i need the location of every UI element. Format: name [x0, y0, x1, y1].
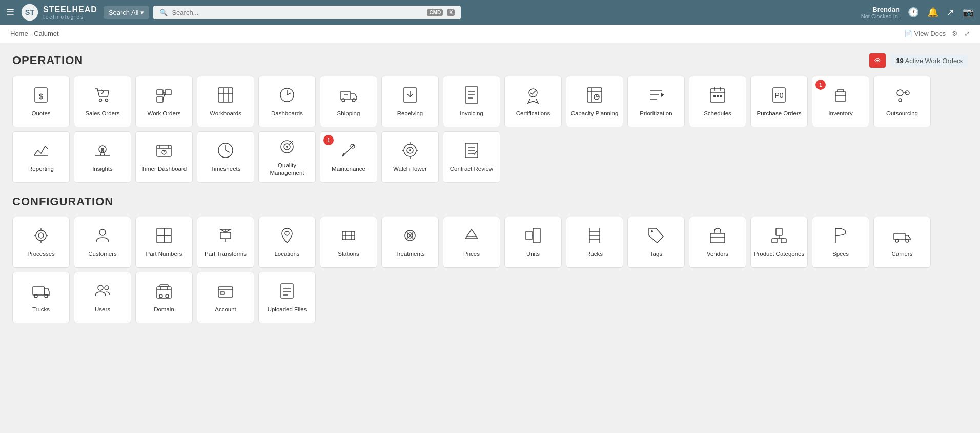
specs-label: Specs	[830, 250, 851, 258]
clock-icon[interactable]: 🕐	[908, 7, 919, 18]
tags-icon	[647, 226, 665, 247]
quotes-icon: $	[32, 86, 50, 107]
tile-work-orders[interactable]: Work Orders	[135, 76, 193, 127]
operation-title: OPERATION	[12, 54, 83, 67]
tile-inventory[interactable]: 1Inventory	[812, 76, 869, 127]
part-numbers-label: Part Numbers	[144, 250, 185, 258]
view-docs-button[interactable]: 📄 View Docs	[904, 30, 946, 37]
dashboards-label: Dashboards	[269, 110, 305, 117]
svg-point-132	[105, 286, 109, 290]
invoicing-label: Invoicing	[458, 110, 485, 117]
tile-invoicing[interactable]: Invoicing	[443, 76, 500, 127]
svg-rect-141	[281, 284, 293, 298]
camera-icon[interactable]: 📷	[963, 7, 974, 18]
tile-locations[interactable]: Locations	[258, 216, 316, 268]
tile-quality-management[interactable]: Quality Management	[258, 131, 316, 183]
svg-rect-119	[772, 239, 777, 243]
expand-icon: ⤢	[964, 30, 970, 37]
eye-button[interactable]: 👁	[869, 53, 886, 68]
search-all-button[interactable]: Search All ▾	[104, 6, 150, 19]
tile-purchase-orders[interactable]: P0Purchase Orders	[750, 76, 808, 127]
menu-icon[interactable]: ☰	[6, 7, 14, 18]
svg-rect-138	[160, 285, 168, 287]
uploaded-files-label: Uploaded Files	[266, 306, 309, 313]
search-input[interactable]	[172, 9, 423, 16]
svg-point-134	[159, 294, 162, 298]
tile-outsourcing[interactable]: Outsourcing	[873, 76, 931, 127]
timer-dashboard-icon	[155, 141, 173, 162]
tile-reporting[interactable]: Reporting	[12, 131, 70, 183]
tile-specs[interactable]: Specs	[812, 216, 869, 268]
tile-timesheets[interactable]: Timesheets	[197, 131, 254, 183]
insights-icon	[93, 141, 112, 162]
logo-sub: technologies	[43, 14, 97, 20]
tile-watch-tower[interactable]: Watch Tower	[381, 131, 439, 183]
tile-customers[interactable]: Customers	[74, 216, 131, 268]
tile-part-numbers[interactable]: Part Numbers	[135, 216, 193, 268]
bell-icon[interactable]: 🔔	[927, 7, 938, 18]
part-transforms-icon	[216, 226, 235, 247]
sales-orders-label: Sales Orders	[83, 110, 121, 117]
tile-receiving[interactable]: Receiving	[381, 76, 439, 127]
svg-rect-41	[713, 95, 716, 97]
tile-stations[interactable]: Stations	[320, 216, 377, 268]
svg-rect-91	[164, 228, 171, 235]
tile-schedules[interactable]: Schedules	[689, 76, 746, 127]
tile-processes[interactable]: Processes	[12, 216, 70, 268]
customers-label: Customers	[86, 250, 119, 258]
tile-product-categories[interactable]: Product Categories	[750, 216, 808, 268]
logout-icon[interactable]: ↗	[947, 7, 954, 18]
racks-icon	[585, 226, 604, 247]
processes-label: Processes	[25, 250, 57, 258]
svg-point-131	[98, 285, 103, 290]
tile-certifications[interactable]: Certifications	[504, 76, 562, 127]
schedules-label: Schedules	[702, 110, 733, 117]
tile-prioritization[interactable]: Prioritization	[627, 76, 685, 127]
svg-rect-92	[157, 235, 164, 243]
tile-tags[interactable]: Tags	[627, 216, 685, 268]
tile-carriers[interactable]: Carriers	[873, 216, 931, 268]
svg-point-83	[38, 233, 44, 238]
svg-rect-133	[157, 287, 171, 298]
certifications-icon	[524, 86, 542, 107]
tile-units[interactable]: Units	[504, 216, 562, 268]
quality-management-icon	[278, 137, 296, 159]
tile-workboards[interactable]: Workboards	[197, 76, 254, 127]
shipping-icon	[339, 86, 358, 107]
trucks-label: Trucks	[30, 306, 52, 313]
tile-racks[interactable]: Racks	[566, 216, 623, 268]
svg-point-74	[409, 149, 411, 151]
header-right: Brendan Not Clocked In! 🕐 🔔 ↗ 📷	[861, 6, 974, 19]
tile-domain[interactable]: Domain	[135, 272, 193, 323]
inventory-label: Inventory	[826, 110, 854, 117]
domain-icon	[155, 282, 173, 303]
tile-part-transforms[interactable]: Part Transforms	[197, 216, 254, 268]
tile-quotes[interactable]: $Quotes	[12, 76, 70, 127]
tile-treatments[interactable]: Treatments	[381, 216, 439, 268]
expand-button[interactable]: ⤢	[964, 30, 970, 37]
tile-vendors[interactable]: Vendors	[689, 216, 746, 268]
customers-icon	[93, 226, 112, 247]
tile-users[interactable]: Users	[74, 272, 131, 323]
svg-rect-11	[218, 88, 233, 102]
svg-rect-93	[164, 235, 171, 243]
settings-button[interactable]: ⚙	[952, 30, 958, 37]
tile-account[interactable]: Account	[197, 272, 254, 323]
tile-trucks[interactable]: Trucks	[12, 272, 70, 323]
tile-timer-dashboard[interactable]: Timer Dashboard	[135, 131, 193, 183]
svg-point-5	[106, 99, 108, 102]
tile-uploaded-files[interactable]: Uploaded Files	[258, 272, 316, 323]
tile-contract-review[interactable]: Contract Review	[443, 131, 500, 183]
tile-shipping[interactable]: Shipping	[320, 76, 377, 127]
active-orders-badge: 19 Active Work Orders	[891, 55, 968, 67]
cmd-key: CMD	[427, 9, 443, 16]
capacity-planning-label: Capacity Planning	[569, 110, 621, 117]
tile-insights[interactable]: Insights	[74, 131, 131, 183]
tile-prices[interactable]: Prices	[443, 216, 500, 268]
logo-text: STEELHEAD	[43, 5, 97, 14]
tile-capacity-planning[interactable]: Capacity Planning	[566, 76, 623, 127]
svg-text:$: $	[39, 92, 43, 101]
tile-maintenance[interactable]: 1Maintenance	[320, 131, 377, 183]
tile-dashboards[interactable]: Dashboards	[258, 76, 316, 127]
tile-sales-orders[interactable]: Sales Orders	[74, 76, 131, 127]
